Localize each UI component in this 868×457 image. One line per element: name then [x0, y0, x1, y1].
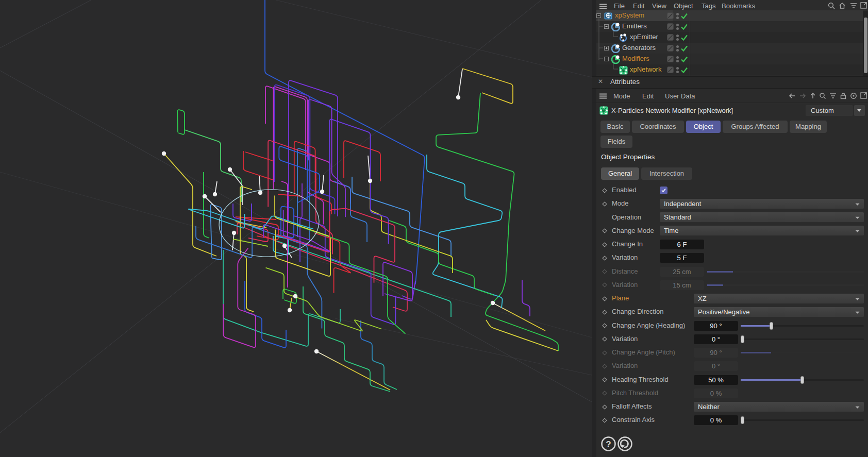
svg-text:?: ? [606, 439, 611, 449]
